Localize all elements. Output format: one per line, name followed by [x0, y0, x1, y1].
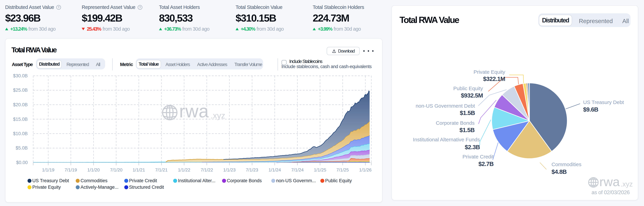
svg-text:?: ?: [139, 6, 141, 9]
svg-text:rwa: rwa: [179, 101, 209, 121]
svg-text:.xyz: .xyz: [210, 111, 225, 120]
svg-text:?: ?: [58, 6, 60, 9]
